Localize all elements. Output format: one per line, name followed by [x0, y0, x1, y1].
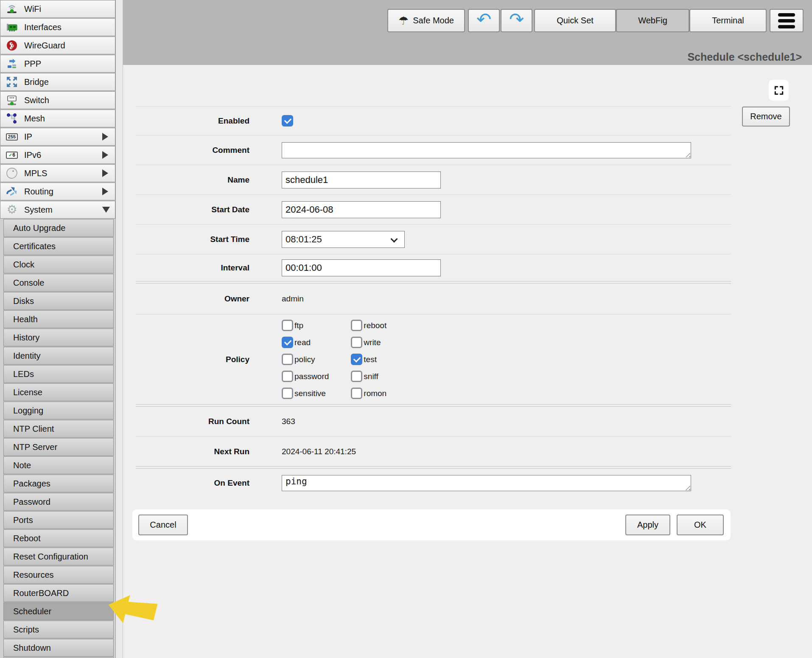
- submenu-item-label: Console: [13, 278, 44, 288]
- policy-option-label: ftp: [294, 321, 303, 330]
- on-event-textarea[interactable]: ping: [282, 475, 691, 491]
- resize-grip-icon[interactable]: [685, 485, 690, 490]
- submenu-item-label: History: [13, 333, 39, 343]
- form-row-run-count: Run Count 363: [136, 407, 731, 436]
- policy-checkbox[interactable]: [351, 320, 362, 331]
- sidebar-item-system[interactable]: ⚙ System: [0, 201, 115, 219]
- submenu-item-label: Identity: [13, 351, 40, 361]
- policy-label: Policy: [136, 355, 249, 364]
- tab-terminal[interactable]: Terminal: [689, 9, 767, 32]
- submenu-item[interactable]: Logging: [3, 402, 114, 419]
- policy-option-label: test: [364, 355, 377, 364]
- submenu-item[interactable]: Disks: [3, 292, 114, 310]
- submenu-item[interactable]: NTP Server: [3, 438, 114, 456]
- submenu-item-label: Logging: [13, 406, 43, 416]
- remove-button[interactable]: Remove: [742, 107, 790, 127]
- submenu-item[interactable]: Note: [3, 456, 114, 474]
- tab-quick-set[interactable]: Quick Set: [534, 9, 616, 32]
- submenu-item[interactable]: Scheduler: [3, 602, 114, 620]
- resize-grip-icon[interactable]: [685, 152, 690, 157]
- sidebar-item-routing[interactable]: Routing: [0, 183, 115, 200]
- submenu-item[interactable]: History: [3, 329, 114, 346]
- submenu-item-label: Resources: [13, 570, 54, 580]
- sidebar-item-wireguard[interactable]: WireGuard: [0, 37, 115, 54]
- form-row-start-date: Start Date 2024-06-08: [136, 194, 731, 224]
- policy-checkbox[interactable]: [351, 371, 362, 382]
- fullscreen-button[interactable]: [769, 80, 789, 101]
- submenu-item[interactable]: Health: [3, 310, 114, 328]
- sidebar-item-mesh[interactable]: Mesh: [0, 110, 115, 127]
- sidebar-item-interfaces[interactable]: Interfaces: [0, 18, 115, 36]
- routing-icon: [6, 185, 18, 198]
- enabled-checkbox[interactable]: [282, 115, 293, 127]
- submenu-item[interactable]: License: [3, 383, 114, 401]
- submenu-item[interactable]: Reboot: [3, 529, 114, 547]
- chevron-right-icon: [102, 151, 108, 159]
- submenu-item-label: Scheduler: [13, 607, 51, 616]
- submenu-item-label: Password: [13, 497, 50, 507]
- submenu-item[interactable]: RouterBOARD: [3, 584, 114, 602]
- submenu-item[interactable]: NTP Client: [3, 420, 114, 438]
- policy-option: password: [282, 371, 329, 382]
- policy-checkbox[interactable]: [282, 320, 293, 331]
- start-time-select[interactable]: 08:01:25: [282, 231, 405, 248]
- submenu-item[interactable]: Console: [3, 274, 114, 292]
- run-count-label: Run Count: [136, 417, 249, 426]
- sidebar-item-wifi[interactable]: WiFi: [0, 0, 115, 18]
- submenu-item[interactable]: Auto Upgrade: [3, 219, 114, 237]
- submenu-item[interactable]: Identity: [3, 347, 114, 365]
- mesh-icon: [6, 112, 18, 125]
- policy-checkbox[interactable]: [282, 337, 293, 348]
- policy-option-label: reboot: [364, 321, 386, 330]
- umbrella-icon: ☂: [398, 14, 409, 28]
- sidebar-item-label: Interfaces: [24, 22, 62, 32]
- submenu-item[interactable]: Resources: [3, 566, 114, 584]
- sidebar-scrollbar[interactable]: [115, 0, 123, 658]
- menu-button[interactable]: [770, 9, 804, 32]
- apply-button[interactable]: Apply: [625, 515, 670, 535]
- policy-checkbox[interactable]: [282, 371, 293, 382]
- redo-button[interactable]: ↷: [501, 9, 532, 32]
- sidebar-item-bridge[interactable]: Bridge: [0, 73, 115, 91]
- policy-checkbox[interactable]: [351, 337, 362, 348]
- chevron-right-icon: [102, 188, 108, 195]
- ok-button[interactable]: OK: [677, 515, 724, 535]
- sidebar-item-switch[interactable]: Switch: [0, 91, 115, 109]
- submenu-item[interactable]: Certificates: [3, 237, 114, 255]
- policy-checkbox[interactable]: [282, 388, 293, 399]
- start-date-input[interactable]: 2024-06-08: [282, 201, 441, 218]
- submenu-item[interactable]: Shutdown: [3, 639, 114, 657]
- form-row-interval: Interval 00:01:00: [136, 254, 731, 281]
- comment-textarea[interactable]: [282, 142, 691, 158]
- policy-checkbox[interactable]: [351, 388, 362, 399]
- sidebar-item-ipv6[interactable]: ✓6 IPv6: [0, 146, 115, 164]
- undo-button[interactable]: ↶: [468, 9, 500, 32]
- submenu-item[interactable]: Clock: [3, 256, 114, 273]
- cancel-button[interactable]: Cancel: [138, 515, 188, 535]
- submenu-item[interactable]: Ports: [3, 511, 114, 529]
- sidebar-item-ppp[interactable]: PPP: [0, 55, 115, 73]
- interfaces-icon: [6, 21, 18, 34]
- submenu-item[interactable]: Reset Configuration: [3, 548, 114, 565]
- tab-webfig[interactable]: WebFig: [616, 9, 689, 32]
- policy-option-label: policy: [294, 355, 315, 364]
- submenu-item[interactable]: LEDs: [3, 365, 114, 383]
- policy-checkbox[interactable]: [351, 354, 362, 365]
- sidebar-item-label: IPv6: [24, 150, 41, 160]
- sidebar-item-label: System: [24, 205, 53, 215]
- safe-mode-button[interactable]: ☂ Safe Mode: [387, 9, 465, 32]
- submenu-item-label: RouterBOARD: [13, 588, 69, 598]
- submenu-item[interactable]: Scripts: [3, 621, 114, 638]
- run-count-value: 363: [282, 417, 295, 426]
- page-title: Schedule <schedule1>: [687, 51, 802, 63]
- submenu-item[interactable]: Packages: [3, 475, 114, 492]
- interval-input[interactable]: 00:01:00: [282, 259, 441, 276]
- sidebar-item-ip[interactable]: 255 IP: [0, 128, 115, 146]
- submenu-item[interactable]: Password: [3, 493, 114, 511]
- policy-checkbox[interactable]: [282, 354, 293, 365]
- policy-option-label: write: [364, 338, 381, 347]
- submenu-item-label: Auto Upgrade: [13, 223, 65, 233]
- sidebar-item-mpls[interactable]: MPLS: [0, 164, 115, 182]
- submenu-item-label: NTP Client: [13, 424, 54, 434]
- name-input[interactable]: schedule1: [282, 172, 441, 188]
